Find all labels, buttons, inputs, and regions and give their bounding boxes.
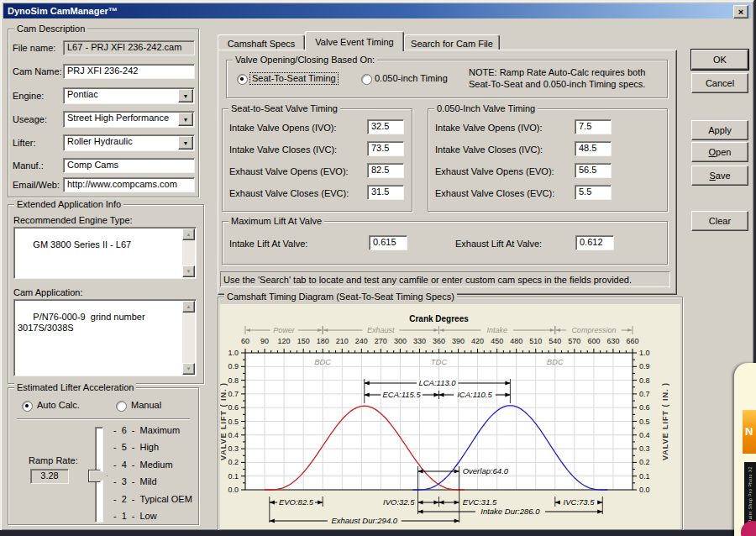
ivo-050-input[interactable]: 7.5: [575, 119, 612, 134]
seat-to-seat-label[interactable]: Seat-To-Seat Timing: [250, 73, 338, 84]
lifter-label: Lifter:: [13, 138, 36, 149]
evo-input[interactable]: 82.5: [367, 163, 404, 178]
svg-text:420: 420: [471, 337, 484, 345]
ad-letter: N: [745, 425, 753, 438]
svg-text:0.0: 0.0: [228, 486, 239, 494]
inch-timing-label[interactable]: 0.050-inch Timing: [375, 73, 448, 84]
inch-timing-radio[interactable]: [361, 74, 372, 85]
manuf-input[interactable]: Comp Cams: [63, 158, 195, 173]
engine-label: Engine:: [13, 91, 44, 102]
close-icon[interactable]: ×: [733, 5, 748, 18]
svg-text:0.2: 0.2: [639, 458, 650, 466]
manual-radio[interactable]: [116, 401, 127, 412]
chevron-down-icon[interactable]: ▼: [178, 113, 193, 126]
cam-application-textarea[interactable]: P/N76-000-9 grind number 3017S/3038S ▲▼: [13, 299, 197, 376]
cancel-button[interactable]: Cancel: [691, 73, 748, 93]
svg-text:LCA:113.0: LCA:113.0: [418, 378, 456, 387]
auto-calc-label[interactable]: Auto Calc.: [37, 400, 80, 411]
recommended-engine-label: Recommended Engine Type:: [13, 215, 133, 226]
svg-text:0.9: 0.9: [228, 362, 239, 370]
chevron-down-icon[interactable]: ▼: [178, 136, 193, 150]
cam-name-input[interactable]: PRJ XFI 236-242: [63, 64, 195, 79]
inch-timing-group: 0.050-Inch Valve Timing Intake Valve Ope…: [428, 108, 668, 212]
scroll-down-icon[interactable]: ▼: [182, 265, 195, 277]
svg-text:Overlap:64.0: Overlap:64.0: [463, 466, 509, 476]
scale-item: -5-High: [113, 442, 194, 453]
svg-text:BDC: BDC: [314, 357, 331, 366]
camshaft-timing-chart: 6090120150180210240270300330360390420450…: [220, 304, 680, 529]
scrollbar[interactable]: ▲▼: [182, 229, 195, 277]
svg-text:IVC:73.5: IVC:73.5: [564, 497, 596, 507]
svg-text:570: 570: [568, 337, 580, 345]
svg-text:480: 480: [510, 337, 522, 345]
svg-text:Exhaust Dur:294.0: Exhaust Dur:294.0: [331, 516, 397, 525]
scale-item: -1-Low: [113, 511, 194, 522]
max-lift-group: Maximum Lift At Valve Intake Lift At Val…: [222, 221, 668, 265]
seat-to-seat-radio[interactable]: [237, 74, 248, 85]
svg-text:60: 60: [241, 337, 249, 345]
cancel-label: Cancel: [706, 78, 734, 88]
evc-input[interactable]: 31.5: [367, 185, 404, 200]
save-label: ave: [716, 171, 731, 181]
scroll-up-icon[interactable]: ▲: [182, 229, 195, 240]
tab-label: Camshaft Specs: [228, 39, 296, 49]
magenta-shape: [741, 521, 756, 536]
email-label: Email/Web:: [13, 180, 60, 191]
search-hint-bar: Use the 'Search' tab to locate and test …: [220, 271, 670, 287]
save-button[interactable]: Save: [691, 166, 748, 186]
svg-text:450: 450: [491, 337, 503, 345]
file-name-label: File name:: [13, 43, 55, 54]
ivc-050-label: Intake Valve Closes (IVC):: [435, 145, 543, 155]
evc-050-input[interactable]: 5.5: [575, 185, 612, 200]
email-input[interactable]: http://www.compcams.com: [63, 177, 195, 192]
svg-text:150: 150: [297, 337, 310, 345]
svg-text:0.7: 0.7: [639, 390, 650, 398]
apply-button[interactable]: Apply: [691, 120, 748, 140]
ok-label: OK: [713, 55, 727, 65]
svg-text:0.6: 0.6: [228, 403, 239, 412]
lifter-dropdown[interactable]: Roller Hydraulic▼: [63, 134, 195, 151]
chevron-down-icon[interactable]: ▼: [178, 89, 193, 102]
scale-item: -4-Medium: [113, 460, 194, 470]
recommended-engine-textarea[interactable]: GM 3800 Series II - L67 ▲▼: [13, 227, 197, 279]
svg-text:90: 90: [260, 337, 269, 345]
seat-timing-title: Seat-to-Seat Valve Timing: [228, 103, 340, 114]
scroll-down-icon[interactable]: ▼: [182, 363, 195, 375]
ramp-rate-slider-thumb[interactable]: [88, 470, 108, 482]
ok-button[interactable]: OK: [691, 50, 748, 70]
inch-timing-title: 0.050-Inch Valve Timing: [434, 103, 538, 114]
svg-text:0.3: 0.3: [639, 444, 650, 453]
engine-dropdown[interactable]: Pontiac▼: [63, 87, 195, 104]
cam-application-value: P/N76-000-9 grind number 3017S/3038S: [18, 312, 145, 333]
open-button[interactable]: Open: [691, 142, 748, 162]
ivo-input[interactable]: 32.5: [367, 119, 404, 134]
scroll-up-icon[interactable]: ▲: [182, 301, 195, 313]
auto-calc-radio[interactable]: [22, 401, 33, 412]
evo-label: Exhaust Valve Opens (EVO):: [229, 166, 349, 177]
lifter-accel-title: Estimated Lifter Acceleration: [14, 382, 136, 393]
svg-text:EVC:31.5: EVC:31.5: [463, 497, 497, 507]
intake-lift-input[interactable]: 0.615: [369, 235, 407, 250]
evc-label: Exhaust Valve Closes (EVC):: [229, 188, 349, 199]
ivc-input[interactable]: 73.5: [367, 141, 404, 156]
engine-value: Pontiac: [67, 89, 98, 99]
divider: [17, 418, 190, 420]
ramp-rate-scale: -6-Maximum -5-High -4-Medium -3-Mild -2-…: [113, 425, 194, 522]
ivo-label: Intake Valve Opens (IVO):: [229, 123, 337, 134]
clear-button[interactable]: Clear: [691, 211, 748, 231]
svg-text:300: 300: [394, 337, 407, 345]
title-bar[interactable]: DynoSim CamManager™ ×: [3, 3, 751, 18]
scrollbar[interactable]: ▲▼: [182, 301, 195, 375]
useage-dropdown[interactable]: Street High Performance▼: [63, 111, 195, 128]
tab-valve-event-timing[interactable]: Valve Event Timing: [305, 31, 404, 51]
evo-050-input[interactable]: 56.5: [575, 163, 612, 178]
svg-text:360: 360: [433, 337, 445, 345]
ivc-050-input[interactable]: 48.5: [575, 141, 612, 156]
svg-text:Intake Dur:286.0: Intake Dur:286.0: [480, 507, 540, 516]
svg-text:0.2: 0.2: [228, 458, 239, 466]
manual-label[interactable]: Manual: [131, 400, 161, 411]
svg-text:0.5: 0.5: [228, 418, 239, 426]
useage-label: Useage:: [13, 114, 47, 125]
exhaust-lift-input[interactable]: 0.612: [575, 235, 614, 250]
cam-description-group: Cam Description File name: L67 - PRJ XFI…: [8, 29, 199, 197]
